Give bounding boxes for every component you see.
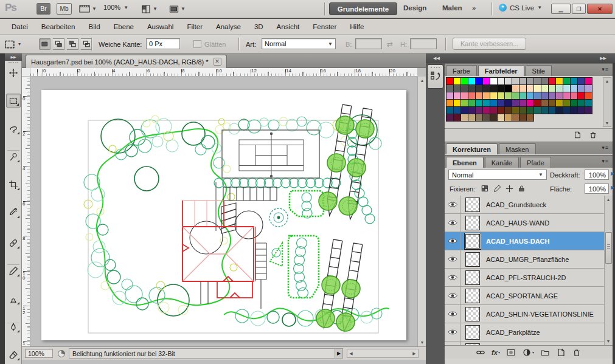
menu-hilfe[interactable]: Hilfe <box>343 23 370 30</box>
crop-tool[interactable] <box>6 177 21 191</box>
screen-mode-icon[interactable]: ▼ <box>169 4 186 14</box>
tools-collapse-header[interactable]: ▶▶ <box>5 53 22 61</box>
layer-style-icon[interactable]: fx▾ <box>492 349 500 356</box>
tab-farbfelder[interactable]: Farbfelder <box>478 65 524 76</box>
new-layer-icon[interactable] <box>556 348 566 357</box>
subtract-from-selection-button[interactable] <box>67 38 78 50</box>
layer-row-ACAD_Parkplätze[interactable]: ACAD_Parkplätze <box>445 323 604 342</box>
layer-thumbnail[interactable] <box>465 234 480 249</box>
menu-fenster[interactable]: Fenster <box>306 23 343 30</box>
vertical-scrollbar[interactable]: ▲ ▼ <box>417 77 426 346</box>
layer-row-ACAD_SPORTANLAGE[interactable]: ACAD_SPORTANLAGE <box>445 287 604 305</box>
style-select[interactable]: Normal▼ <box>262 38 336 49</box>
layer-row-ACAD_HAUS-DACH[interactable]: ACAD_HAUS-DACH <box>445 232 604 250</box>
scroll-down-icon[interactable]: ▼ <box>604 337 613 345</box>
scroll-up-icon[interactable]: ▲ <box>418 77 426 84</box>
quick-selection-tool[interactable] <box>6 149 21 163</box>
close-button[interactable]: ✕ <box>587 4 613 14</box>
status-zoom-input[interactable]: 100% <box>25 349 53 358</box>
menu-bild[interactable]: Bild <box>82 23 106 30</box>
tab-kanäle[interactable]: Kanäle <box>485 157 519 168</box>
menu-analyse[interactable]: Analyse <box>209 23 248 30</box>
layer-thumbnail[interactable] <box>465 216 480 230</box>
antialias-checkbox[interactable] <box>193 40 201 48</box>
workspace-overflow-button[interactable]: » <box>472 4 476 12</box>
menu-3d[interactable]: 3D <box>248 23 270 30</box>
swap-dimensions-icon[interactable]: ⇄ <box>387 35 393 53</box>
rectangular-marquee-tool[interactable] <box>6 94 21 108</box>
layer-row-ACAD_Grundstueck[interactable]: ACAD_Grundstueck <box>445 196 604 214</box>
new-selection-button[interactable] <box>39 38 50 50</box>
menu-datei[interactable]: Datei <box>5 23 35 30</box>
layer-mask-icon[interactable] <box>506 348 516 357</box>
blend-mode-select[interactable]: Normal▼ <box>448 170 547 180</box>
horizontal-scrollbar[interactable]: ◀ ▶ <box>347 349 419 358</box>
lock-position-icon[interactable] <box>504 184 514 193</box>
maximize-button[interactable]: ❐ <box>572 4 586 14</box>
tab-masken[interactable]: Masken <box>499 143 536 154</box>
scroll-down-icon[interactable]: ▼ <box>603 119 611 127</box>
canvas-page[interactable] <box>41 90 406 340</box>
spot-healing-brush-tool[interactable] <box>6 236 21 250</box>
layer-thumbnail[interactable] <box>465 252 480 267</box>
status-menu-arrow[interactable]: ▶ <box>335 348 343 359</box>
expand-dock-icon[interactable]: ▶▶ <box>600 56 606 61</box>
layer-thumbnail[interactable] <box>465 307 480 321</box>
opacity-spinner-icon[interactable]: ▶ <box>611 171 614 176</box>
layer-thumbnail[interactable] <box>465 197 480 212</box>
launch-minibridge-button[interactable]: Mb <box>57 3 72 15</box>
fill-spinner-icon[interactable]: ▶ <box>611 185 614 190</box>
layer-row-ACAD_HAUS-WAND[interactable]: ACAD_HAUS-WAND <box>445 214 604 232</box>
brush-tool[interactable] <box>6 264 21 278</box>
scroll-right-icon[interactable]: ▶ <box>411 349 418 357</box>
move-tool[interactable] <box>6 66 21 80</box>
link-layers-icon[interactable] <box>476 348 485 357</box>
history-panel-icon[interactable] <box>427 64 443 89</box>
scrollbar-thumb[interactable] <box>605 232 612 264</box>
layer-visibility-eye-icon[interactable] <box>445 214 460 232</box>
eyedropper-tool[interactable] <box>6 205 21 219</box>
add-to-selection-button[interactable] <box>53 38 64 50</box>
document-tab-close-icon[interactable]: ✕ <box>214 58 221 66</box>
panel-menu-icon[interactable]: ▾≡ <box>602 66 609 72</box>
menu-bearbeiten[interactable]: Bearbeiten <box>35 23 82 30</box>
swatch[interactable] <box>585 106 592 114</box>
swatches-scrollbar[interactable]: ▲ ▼ <box>603 77 611 127</box>
delete-layer-icon[interactable] <box>572 348 582 357</box>
menu-auswahl[interactable]: Auswahl <box>141 23 180 30</box>
layer-row-ACAD_PFL-STRAUCH-2D[interactable]: ACAD_PFL-STRAUCH-2D <box>445 269 604 287</box>
eraser-tool[interactable] <box>6 348 21 362</box>
layer-row-ACAD_UMGR_Pflanzfläche[interactable]: ACAD_UMGR_Pflanzfläche <box>445 250 604 269</box>
workspace-grundelemente-button[interactable]: Grundelemente <box>329 2 397 15</box>
workspace-design-button[interactable]: Design <box>403 4 426 12</box>
tab-farbe[interactable]: Farbe <box>446 65 477 76</box>
layer-row-ACAD_SHLIN-VEGETATIONSLINIE[interactable]: ACAD_SHLIN-VEGETATIONSLINIE <box>445 305 604 323</box>
tab-korrekturen[interactable]: Korrekturen <box>446 143 498 154</box>
layer-visibility-eye-icon[interactable] <box>445 232 460 250</box>
layer-visibility-eye-icon[interactable] <box>445 305 460 323</box>
panel-menu-icon[interactable]: ▾≡ <box>602 158 609 164</box>
collapse-dock-icon[interactable]: ◀◀ <box>433 56 440 61</box>
cs-live-menu[interactable]: * CS Live▼ <box>499 4 542 12</box>
menu-filter[interactable]: Filter <box>180 23 209 30</box>
launch-bridge-button[interactable]: Br <box>36 3 50 15</box>
layer-thumbnail[interactable] <box>465 270 480 285</box>
layers-scrollbar[interactable]: ▲ ▼ <box>604 196 613 345</box>
layer-visibility-eye-icon[interactable] <box>445 323 460 342</box>
layer-visibility-eye-icon[interactable] <box>445 250 460 269</box>
layer-visibility-eye-icon[interactable] <box>445 269 460 287</box>
menu-ebene[interactable]: Ebene <box>107 23 141 30</box>
feather-input[interactable]: 0 Px <box>146 38 180 49</box>
scroll-up-icon[interactable]: ▲ <box>604 196 613 204</box>
layer-visibility-eye-icon[interactable] <box>445 196 460 214</box>
delete-swatch-icon[interactable] <box>587 130 599 140</box>
clone-stamp-tool[interactable] <box>6 292 21 306</box>
new-swatch-icon[interactable] <box>571 130 583 140</box>
tab-stile[interactable]: Stile <box>526 65 552 76</box>
workspace-malen-button[interactable]: Malen <box>442 4 462 12</box>
layer-thumbnail[interactable] <box>465 289 480 303</box>
new-group-icon[interactable] <box>540 348 550 357</box>
swatch[interactable] <box>526 114 534 122</box>
zoom-level-dropdown[interactable]: 100%▼ <box>103 4 128 11</box>
scroll-left-icon[interactable]: ◀ <box>347 349 355 357</box>
